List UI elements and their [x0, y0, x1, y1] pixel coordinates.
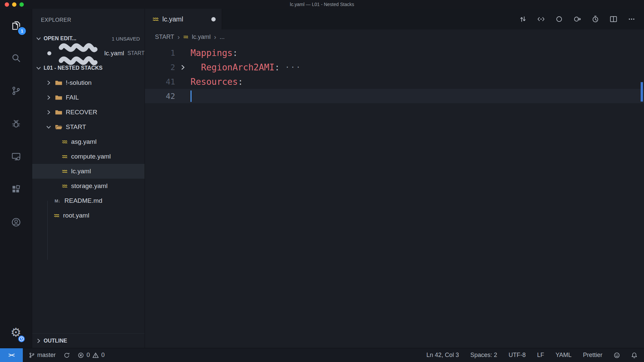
code-line-42-current[interactable]: 42 — [145, 89, 644, 103]
sidebar-title: EXPLORER — [32, 9, 145, 31]
circle-arrow-icon[interactable] — [573, 15, 582, 23]
eol-item[interactable]: LF — [537, 352, 544, 359]
chevron-right-icon — [36, 338, 42, 344]
line-number: 41 — [145, 77, 175, 86]
maximize-window-button[interactable] — [19, 2, 24, 7]
tree-folder-fail[interactable]: FAIL — [32, 90, 145, 105]
breadcrumb-separator-icon: › — [214, 33, 216, 41]
indent-guide — [47, 201, 48, 260]
accounts-activity-button[interactable] — [0, 206, 32, 239]
tree-file-storage[interactable]: storage.yaml — [32, 179, 145, 193]
folder-icon — [55, 109, 62, 115]
line-number: 2 — [145, 63, 175, 72]
open-editor-file-location: START — [127, 50, 145, 56]
chevron-right-icon — [46, 95, 52, 101]
more-actions-icon[interactable] — [627, 15, 636, 23]
extensions-icon — [11, 184, 21, 195]
tree-folder-start[interactable]: START — [32, 120, 145, 134]
compare-changes-icon[interactable] — [519, 15, 527, 23]
window-title: lc.yaml — L01 - Nested Stacks — [290, 2, 354, 7]
problems-item[interactable]: 0 0 — [78, 352, 105, 359]
manage-button[interactable]: ⚙ — [0, 317, 32, 348]
account-icon — [11, 217, 21, 228]
notifications-button[interactable] — [631, 352, 637, 358]
tab-label: lc.yaml — [162, 15, 183, 23]
error-count: 0 — [87, 352, 90, 359]
tab-modified-dot-icon[interactable] — [211, 17, 216, 21]
tree-file-asg[interactable]: asg.yaml — [32, 134, 145, 149]
file-name: README.md — [64, 197, 102, 204]
branch-icon — [29, 352, 35, 358]
breadcrumb-separator-icon: › — [177, 33, 180, 41]
outline-label: OUTLINE — [44, 338, 67, 344]
code-line-1[interactable]: 1 Mappings: — [145, 46, 644, 60]
error-icon — [78, 352, 84, 358]
git-branch-item[interactable]: master — [29, 352, 56, 359]
search-icon — [11, 53, 21, 63]
folder-name: FAIL — [66, 94, 79, 101]
status-right: Ln 42, Col 3 Spaces: 2 UTF-8 LF YAML Pre… — [426, 352, 637, 359]
activity-bar: 1 ⚙ — [0, 9, 32, 348]
remote-explorer-icon — [11, 151, 21, 162]
yaml-icon — [62, 168, 68, 174]
search-activity-button[interactable] — [0, 42, 32, 74]
vscode-window: lc.yaml — L01 - Nested Stacks 1 — [0, 0, 644, 362]
source-control-activity-button[interactable] — [0, 74, 32, 107]
tree-file-compute[interactable]: compute.yaml — [32, 149, 145, 164]
editor-group: lc.yaml START › lc.yaml › — [145, 9, 644, 348]
file-name: lc.yaml — [71, 168, 91, 175]
encoding-item[interactable]: UTF-8 — [508, 352, 526, 359]
breadcrumb-file[interactable]: lc.yaml — [192, 34, 211, 41]
feedback-button[interactable] — [614, 352, 620, 358]
timer-icon[interactable] — [591, 15, 600, 23]
tree-file-root-yaml[interactable]: root.yaml — [32, 208, 145, 223]
tab-lc-yaml[interactable]: lc.yaml — [145, 9, 222, 29]
yaml-key-token: RegionArch2AMI — [201, 62, 274, 72]
yaml-icon — [183, 34, 189, 40]
fold-toggle[interactable] — [175, 64, 191, 71]
breadcrumb-symbol-ellipsis[interactable]: ... — [220, 34, 225, 41]
markdown-icon: M↓ — [54, 198, 61, 203]
outline-section-header[interactable]: OUTLINE — [32, 333, 145, 348]
scrollbar-cursor-marker[interactable] — [641, 82, 643, 102]
explorer-activity-button[interactable]: 1 — [0, 9, 32, 42]
formatter-item[interactable]: Prettier — [583, 352, 602, 359]
open-editor-item[interactable]: lc.yaml START — [32, 46, 145, 61]
close-window-button[interactable] — [5, 2, 9, 7]
folded-region-badge[interactable]: ··· — [285, 63, 302, 71]
sync-changes-button[interactable] — [64, 352, 70, 358]
minimize-window-button[interactable] — [12, 2, 16, 7]
tree-file-readme[interactable]: M↓ README.md — [32, 193, 145, 208]
breadcrumb-folder[interactable]: START — [155, 34, 174, 41]
file-name: compute.yaml — [71, 153, 111, 160]
colon-token: : — [238, 77, 243, 87]
circle-outline-icon[interactable] — [555, 15, 564, 23]
language-mode-item[interactable]: YAML — [555, 352, 572, 359]
tree-file-lc-selected[interactable]: lc.yaml — [32, 164, 145, 179]
remote-indicator[interactable]: >< — [0, 348, 23, 362]
tree-folder-recover[interactable]: RECOVER — [32, 105, 145, 120]
code-editor[interactable]: 1 Mappings: 2 RegionArch2AMI:··· 41 Reso… — [145, 44, 644, 348]
unsaved-badge: 1 UNSAVED — [112, 36, 140, 42]
file-name: root.yaml — [63, 212, 89, 219]
indentation-item[interactable]: Spaces: 2 — [470, 352, 497, 359]
chevron-right-icon — [46, 80, 52, 86]
bell-icon — [631, 352, 637, 358]
code-line-2-folded[interactable]: 2 RegionArch2AMI:··· — [145, 60, 644, 74]
yaml-icon — [62, 154, 68, 160]
extensions-activity-button[interactable] — [0, 173, 32, 206]
file-tree: !-solution FAIL RECOVER START — [32, 75, 145, 223]
cursor-position-item[interactable]: Ln 42, Col 3 — [426, 352, 459, 359]
line-number: 1 — [145, 49, 175, 57]
tree-folder-solution[interactable]: !-solution — [32, 75, 145, 90]
split-editor-icon[interactable] — [609, 15, 618, 23]
open-changes-icon[interactable] — [537, 15, 545, 23]
colon-token: : — [232, 48, 238, 58]
remote-explorer-activity-button[interactable] — [0, 140, 32, 173]
project-section-label: L01 - NESTED STACKS — [44, 65, 103, 71]
smiley-icon — [614, 352, 620, 358]
run-debug-activity-button[interactable] — [0, 107, 32, 140]
explorer-sidebar: EXPLORER OPEN EDIT... 1 UNSAVED lc.yaml … — [32, 9, 145, 348]
code-line-41[interactable]: 41 Resources: — [145, 74, 644, 89]
modified-dot-icon[interactable] — [47, 51, 51, 55]
